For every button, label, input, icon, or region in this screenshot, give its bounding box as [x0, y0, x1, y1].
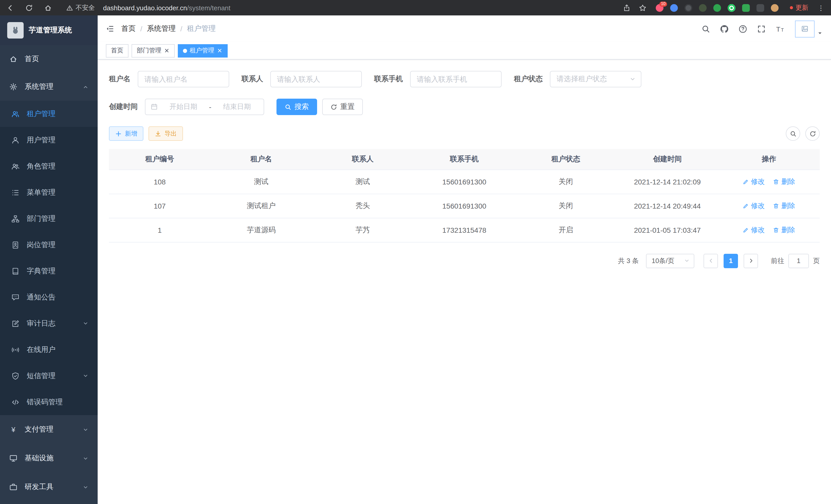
edit-link[interactable]: 修改: [743, 225, 765, 235]
tenant-name-input[interactable]: [138, 71, 229, 87]
extension-icons: 10: [656, 4, 779, 11]
sidebar-item-sms-management[interactable]: 短信管理: [0, 363, 98, 389]
breadcrumb-home[interactable]: 首页: [121, 24, 136, 33]
search-button[interactable]: 搜索: [277, 99, 317, 115]
svg-text:T: T: [776, 25, 780, 33]
back-icon[interactable]: [6, 4, 14, 11]
bookmark-star-icon[interactable]: [639, 4, 647, 11]
contact-input[interactable]: [270, 71, 362, 87]
goto-page-input[interactable]: [789, 254, 809, 268]
app-logo[interactable]: 芋道管理系统: [0, 16, 98, 45]
toggle-search-button[interactable]: [786, 126, 800, 141]
extension-icon[interactable]: [728, 4, 736, 11]
extension-icon[interactable]: [670, 4, 678, 11]
sidebar-item-home[interactable]: 首页: [0, 45, 98, 73]
share-icon[interactable]: [623, 4, 631, 11]
url-path: /system/tenant: [187, 4, 230, 11]
font-size-button[interactable]: TT: [774, 23, 785, 34]
add-button[interactable]: 新增: [109, 126, 143, 141]
caret-down-icon: [817, 30, 823, 36]
chevron-right-icon: [748, 258, 754, 264]
extensions-puzzle-icon[interactable]: [756, 4, 764, 11]
edit-link[interactable]: 修改: [743, 201, 765, 210]
extension-icon[interactable]: [685, 4, 692, 11]
home-icon[interactable]: [44, 4, 52, 11]
tenant-page: 租户名 联系人 联系手机 租户状态 请选择租户状态: [98, 60, 831, 504]
status-select[interactable]: 请选择租户状态: [550, 71, 641, 87]
sidebar-item-infrastructure[interactable]: 基础设施: [0, 444, 98, 473]
phone-input[interactable]: [410, 71, 502, 87]
address-bar[interactable]: dashboard.yudao.iocoder.cn/system/tenant: [103, 4, 230, 11]
browser-update-button[interactable]: 更新: [790, 3, 808, 12]
chevron-down-icon: [630, 76, 636, 82]
profile-avatar-icon[interactable]: [771, 4, 779, 11]
help-button[interactable]: [738, 23, 748, 34]
sidebar-item-post-management[interactable]: 岗位管理: [0, 232, 98, 258]
extension-badge: 10: [659, 1, 667, 6]
close-icon[interactable]: [164, 48, 170, 53]
chevron-down-icon: [83, 455, 88, 461]
page-number-1[interactable]: 1: [724, 254, 738, 268]
next-page-button[interactable]: [744, 254, 758, 268]
sidebar-item-user-management[interactable]: 用户管理: [0, 127, 98, 153]
chat-bubble-icon: [11, 293, 20, 301]
page-unit-label: 页: [813, 256, 820, 265]
security-indicator[interactable]: 不安全: [66, 3, 95, 12]
breadcrumb-system[interactable]: 系统管理: [147, 24, 176, 33]
sidebar-item-role-management[interactable]: 角色管理: [0, 153, 98, 179]
prev-page-button[interactable]: [704, 254, 718, 268]
users-icon: [11, 110, 20, 118]
github-button[interactable]: [719, 23, 730, 34]
breadcrumb: 首页 / 系统管理 / 租户管理: [121, 24, 216, 33]
delete-link[interactable]: 删除: [773, 177, 795, 186]
svg-text:T: T: [781, 27, 784, 32]
tab-tenant-management[interactable]: 租户管理: [178, 44, 228, 57]
sidebar-toggle-icon[interactable]: [106, 25, 114, 33]
sidebar-item-dept-management[interactable]: 部门管理: [0, 206, 98, 232]
chevron-left-icon: [708, 258, 714, 264]
sidebar-item-audit-log[interactable]: 审计日志: [0, 310, 98, 336]
reset-button[interactable]: 重置: [322, 99, 363, 115]
delete-link[interactable]: 删除: [773, 201, 795, 210]
contact-label: 联系人: [241, 75, 263, 84]
monitor-icon: [9, 454, 18, 463]
export-button[interactable]: 导出: [148, 126, 183, 141]
extension-icon[interactable]: [742, 4, 750, 11]
page-size-select[interactable]: 10条/页: [646, 254, 694, 268]
app-title: 芋道管理系统: [29, 26, 72, 35]
list-icon: [11, 188, 20, 197]
close-icon[interactable]: [217, 48, 223, 53]
edit-link[interactable]: 修改: [743, 177, 765, 186]
extension-icon[interactable]: [713, 4, 721, 11]
sidebar-item-notice[interactable]: 通知公告: [0, 284, 98, 310]
fullscreen-icon: [757, 24, 766, 33]
phone-label: 联系手机: [374, 75, 403, 84]
sidebar-item-online-users[interactable]: 在线用户: [0, 336, 98, 363]
svg-text:¥: ¥: [11, 426, 16, 434]
warning-icon: [66, 4, 73, 11]
browser-menu-icon[interactable]: ⋮: [818, 4, 825, 11]
date-range-picker[interactable]: 开始日期 - 结束日期: [145, 99, 264, 115]
edit-icon: [743, 227, 749, 233]
header-search-button[interactable]: [700, 23, 711, 34]
tab-dept-management[interactable]: 部门管理: [132, 44, 175, 57]
screen: 不安全 dashboard.yudao.iocoder.cn/system/te…: [0, 0, 831, 504]
sidebar-item-system-management[interactable]: 系统管理: [0, 73, 98, 101]
user-menu[interactable]: [795, 20, 823, 37]
sidebar-item-error-code[interactable]: 错误码管理: [0, 389, 98, 415]
refresh-table-button[interactable]: [805, 126, 820, 141]
delete-link[interactable]: 删除: [773, 225, 795, 235]
extension-icon[interactable]: 10: [656, 4, 663, 11]
sidebar-item-tenant-management[interactable]: 租户管理: [0, 101, 98, 127]
chevron-down-icon: [83, 427, 88, 432]
extension-icon[interactable]: [699, 4, 707, 11]
tab-home[interactable]: 首页: [106, 44, 128, 57]
col-tenant-id: 租户编号: [109, 149, 210, 170]
fullscreen-button[interactable]: [756, 23, 767, 34]
sidebar-item-payment[interactable]: ¥ 支付管理: [0, 415, 98, 444]
reload-icon[interactable]: [25, 4, 33, 11]
sidebar-item-dev-tools[interactable]: 研发工具: [0, 473, 98, 501]
sidebar-item-menu-management[interactable]: 菜单管理: [0, 179, 98, 206]
sidebar-item-dict-management[interactable]: 字典管理: [0, 258, 98, 284]
tenant-name-label: 租户名: [109, 75, 131, 84]
